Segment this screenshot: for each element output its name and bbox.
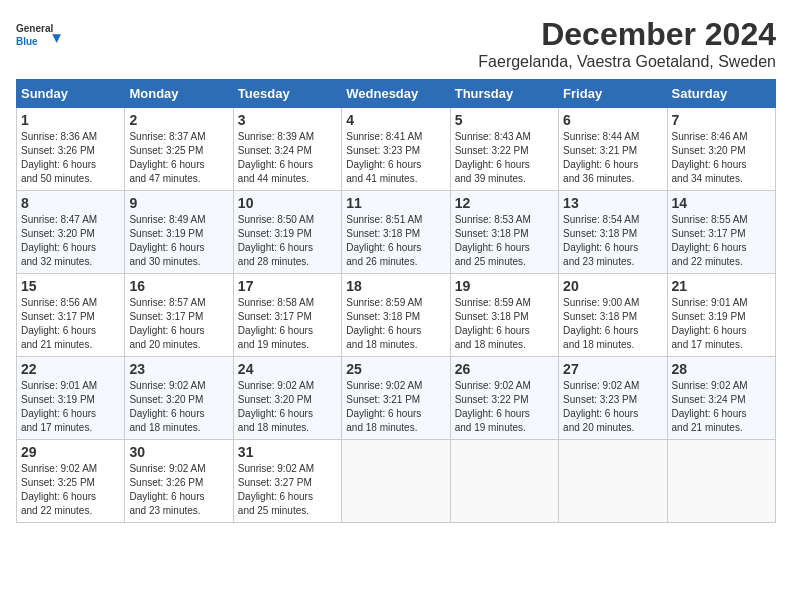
day-info: Sunrise: 8:44 AM Sunset: 3:21 PM Dayligh… [563,130,662,186]
day-info: Sunrise: 8:51 AM Sunset: 3:18 PM Dayligh… [346,213,445,269]
day-number: 12 [455,195,554,211]
day-number: 26 [455,361,554,377]
day-info: Sunrise: 8:59 AM Sunset: 3:18 PM Dayligh… [455,296,554,352]
day-info: Sunrise: 8:47 AM Sunset: 3:20 PM Dayligh… [21,213,120,269]
day-number: 28 [672,361,771,377]
day-info: Sunrise: 9:02 AM Sunset: 3:27 PM Dayligh… [238,462,337,518]
day-number: 14 [672,195,771,211]
svg-text:General: General [16,23,53,34]
calendar-cell: 29Sunrise: 9:02 AM Sunset: 3:25 PM Dayli… [17,440,125,523]
day-info: Sunrise: 9:02 AM Sunset: 3:26 PM Dayligh… [129,462,228,518]
calendar-week-row: 8Sunrise: 8:47 AM Sunset: 3:20 PM Daylig… [17,191,776,274]
calendar-cell: 25Sunrise: 9:02 AM Sunset: 3:21 PM Dayli… [342,357,450,440]
calendar-week-row: 15Sunrise: 8:56 AM Sunset: 3:17 PM Dayli… [17,274,776,357]
day-info: Sunrise: 8:55 AM Sunset: 3:17 PM Dayligh… [672,213,771,269]
day-info: Sunrise: 8:36 AM Sunset: 3:26 PM Dayligh… [21,130,120,186]
day-info: Sunrise: 9:00 AM Sunset: 3:18 PM Dayligh… [563,296,662,352]
page-title: December 2024 [478,16,776,53]
day-number: 31 [238,444,337,460]
day-number: 20 [563,278,662,294]
day-info: Sunrise: 8:46 AM Sunset: 3:20 PM Dayligh… [672,130,771,186]
day-info: Sunrise: 9:02 AM Sunset: 3:24 PM Dayligh… [672,379,771,435]
calendar-table: SundayMondayTuesdayWednesdayThursdayFrid… [16,79,776,523]
calendar-cell: 2Sunrise: 8:37 AM Sunset: 3:25 PM Daylig… [125,108,233,191]
day-info: Sunrise: 8:57 AM Sunset: 3:17 PM Dayligh… [129,296,228,352]
day-number: 30 [129,444,228,460]
calendar-cell [559,440,667,523]
day-number: 18 [346,278,445,294]
calendar-week-row: 22Sunrise: 9:01 AM Sunset: 3:19 PM Dayli… [17,357,776,440]
day-info: Sunrise: 8:43 AM Sunset: 3:22 PM Dayligh… [455,130,554,186]
calendar-cell: 21Sunrise: 9:01 AM Sunset: 3:19 PM Dayli… [667,274,775,357]
calendar-cell: 3Sunrise: 8:39 AM Sunset: 3:24 PM Daylig… [233,108,341,191]
day-number: 27 [563,361,662,377]
calendar-cell: 1Sunrise: 8:36 AM Sunset: 3:26 PM Daylig… [17,108,125,191]
calendar-cell: 19Sunrise: 8:59 AM Sunset: 3:18 PM Dayli… [450,274,558,357]
calendar-cell: 12Sunrise: 8:53 AM Sunset: 3:18 PM Dayli… [450,191,558,274]
calendar-cell: 24Sunrise: 9:02 AM Sunset: 3:20 PM Dayli… [233,357,341,440]
day-number: 22 [21,361,120,377]
calendar-cell [342,440,450,523]
svg-marker-1 [52,34,61,43]
day-info: Sunrise: 9:01 AM Sunset: 3:19 PM Dayligh… [672,296,771,352]
calendar-cell: 30Sunrise: 9:02 AM Sunset: 3:26 PM Dayli… [125,440,233,523]
logo: General Blue [16,16,66,56]
day-info: Sunrise: 9:02 AM Sunset: 3:25 PM Dayligh… [21,462,120,518]
calendar-cell: 18Sunrise: 8:59 AM Sunset: 3:18 PM Dayli… [342,274,450,357]
day-number: 19 [455,278,554,294]
logo-icon: General Blue [16,16,66,56]
day-number: 11 [346,195,445,211]
day-info: Sunrise: 9:02 AM Sunset: 3:21 PM Dayligh… [346,379,445,435]
col-header-thursday: Thursday [450,80,558,108]
header: General Blue December 2024 Faergelanda, … [16,16,776,71]
day-info: Sunrise: 9:02 AM Sunset: 3:22 PM Dayligh… [455,379,554,435]
day-number: 7 [672,112,771,128]
day-number: 17 [238,278,337,294]
calendar-cell: 23Sunrise: 9:02 AM Sunset: 3:20 PM Dayli… [125,357,233,440]
calendar-cell: 16Sunrise: 8:57 AM Sunset: 3:17 PM Dayli… [125,274,233,357]
day-number: 23 [129,361,228,377]
day-number: 1 [21,112,120,128]
col-header-sunday: Sunday [17,80,125,108]
day-info: Sunrise: 9:01 AM Sunset: 3:19 PM Dayligh… [21,379,120,435]
day-number: 10 [238,195,337,211]
calendar-cell: 22Sunrise: 9:01 AM Sunset: 3:19 PM Dayli… [17,357,125,440]
calendar-cell: 7Sunrise: 8:46 AM Sunset: 3:20 PM Daylig… [667,108,775,191]
day-info: Sunrise: 8:56 AM Sunset: 3:17 PM Dayligh… [21,296,120,352]
calendar-cell: 26Sunrise: 9:02 AM Sunset: 3:22 PM Dayli… [450,357,558,440]
day-number: 6 [563,112,662,128]
day-number: 13 [563,195,662,211]
calendar-cell [667,440,775,523]
calendar-cell: 13Sunrise: 8:54 AM Sunset: 3:18 PM Dayli… [559,191,667,274]
calendar-cell: 31Sunrise: 9:02 AM Sunset: 3:27 PM Dayli… [233,440,341,523]
svg-text:Blue: Blue [16,36,38,47]
calendar-cell: 4Sunrise: 8:41 AM Sunset: 3:23 PM Daylig… [342,108,450,191]
col-header-wednesday: Wednesday [342,80,450,108]
calendar-cell: 11Sunrise: 8:51 AM Sunset: 3:18 PM Dayli… [342,191,450,274]
calendar-cell: 10Sunrise: 8:50 AM Sunset: 3:19 PM Dayli… [233,191,341,274]
calendar-header-row: SundayMondayTuesdayWednesdayThursdayFrid… [17,80,776,108]
day-info: Sunrise: 8:58 AM Sunset: 3:17 PM Dayligh… [238,296,337,352]
col-header-monday: Monday [125,80,233,108]
day-info: Sunrise: 8:59 AM Sunset: 3:18 PM Dayligh… [346,296,445,352]
col-header-saturday: Saturday [667,80,775,108]
day-number: 21 [672,278,771,294]
calendar-cell: 20Sunrise: 9:00 AM Sunset: 3:18 PM Dayli… [559,274,667,357]
calendar-week-row: 29Sunrise: 9:02 AM Sunset: 3:25 PM Dayli… [17,440,776,523]
day-info: Sunrise: 9:02 AM Sunset: 3:20 PM Dayligh… [238,379,337,435]
day-info: Sunrise: 8:37 AM Sunset: 3:25 PM Dayligh… [129,130,228,186]
day-info: Sunrise: 8:39 AM Sunset: 3:24 PM Dayligh… [238,130,337,186]
calendar-cell: 5Sunrise: 8:43 AM Sunset: 3:22 PM Daylig… [450,108,558,191]
day-info: Sunrise: 8:50 AM Sunset: 3:19 PM Dayligh… [238,213,337,269]
day-number: 24 [238,361,337,377]
calendar-cell: 8Sunrise: 8:47 AM Sunset: 3:20 PM Daylig… [17,191,125,274]
day-number: 3 [238,112,337,128]
calendar-cell: 27Sunrise: 9:02 AM Sunset: 3:23 PM Dayli… [559,357,667,440]
day-number: 8 [21,195,120,211]
title-area: December 2024 Faergelanda, Vaestra Goeta… [478,16,776,71]
calendar-cell: 6Sunrise: 8:44 AM Sunset: 3:21 PM Daylig… [559,108,667,191]
day-info: Sunrise: 8:53 AM Sunset: 3:18 PM Dayligh… [455,213,554,269]
calendar-week-row: 1Sunrise: 8:36 AM Sunset: 3:26 PM Daylig… [17,108,776,191]
calendar-cell: 17Sunrise: 8:58 AM Sunset: 3:17 PM Dayli… [233,274,341,357]
calendar-cell: 15Sunrise: 8:56 AM Sunset: 3:17 PM Dayli… [17,274,125,357]
